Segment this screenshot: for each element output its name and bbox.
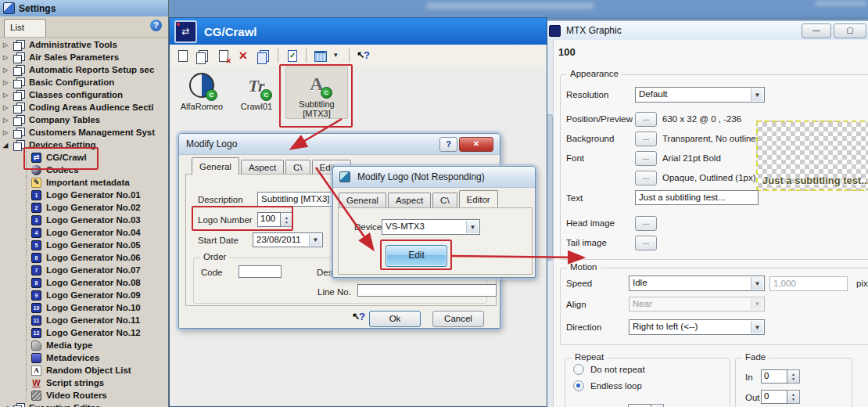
ok-button[interactable]: Ok [369, 311, 421, 327]
tab-list[interactable]: List [4, 19, 46, 37]
tree-expanded-icon[interactable]: ◢ [3, 405, 12, 407]
new-record-icon[interactable] [176, 49, 189, 63]
fade-in-value[interactable]: 0 [761, 369, 787, 384]
tree-item-executive-editor[interactable]: ◢Executive Editor [0, 402, 168, 407]
repeat-option-do-not-repeat[interactable]: Do not repeat [573, 364, 730, 375]
copy-icon[interactable] [257, 49, 271, 63]
position-browse-button[interactable]: ... [635, 112, 657, 127]
tree-item-administrative-tools[interactable]: ▷Administrative Tools [0, 38, 168, 51]
tree-item-logo-generator-no-06[interactable]: 6Logo Generator No.06 [0, 251, 168, 264]
minimize-icon[interactable]: — [802, 23, 831, 38]
repeat-count-value[interactable] [628, 404, 651, 407]
help-cursor-icon[interactable] [357, 49, 374, 63]
cg-item-crawl01[interactable]: TrCCrawl01 [231, 70, 282, 111]
spinner-arrows-icon[interactable]: ▲▼ [651, 404, 664, 407]
tree-item-logo-generator-no-01[interactable]: 1Logo Generator No.01 [0, 189, 168, 201]
tree-item-logo-generator-no-04[interactable]: 4Logo Generator No.04 [0, 226, 168, 239]
spinner-arrows-icon[interactable]: ▲▼ [787, 390, 800, 404]
cancel-button[interactable]: Cancel [432, 311, 484, 327]
chevron-down-icon[interactable]: ▼ [751, 321, 763, 333]
tree-item-metadevices[interactable]: Metadevices [0, 351, 168, 364]
not-responding-tab-general[interactable]: General [339, 193, 386, 208]
device-combo[interactable]: VS-MTX3 ▼ [382, 219, 480, 235]
tree-collapsed-icon[interactable]: ▷ [3, 54, 12, 61]
tree-item-devices-setting[interactable]: ◢Devices Setting [0, 139, 168, 151]
tree-collapsed-icon[interactable]: ▷ [3, 117, 12, 124]
tree-item-video-routers[interactable]: Video Routers [0, 389, 168, 402]
radio-icon[interactable] [573, 364, 584, 375]
tree-expanded-icon[interactable]: ◢ [3, 142, 12, 149]
modify-logo-tab-c[interactable]: C\ [285, 160, 310, 175]
delete-record-icon[interactable] [217, 49, 230, 63]
tree-item-logo-generator-no-12[interactable]: 12Logo Generator No.12 [0, 326, 168, 339]
repeat-count-stepper[interactable]: ▲▼ [628, 404, 664, 407]
modify-logo-tab-general[interactable]: General [192, 157, 239, 175]
align-combo[interactable]: Near ▼ [629, 297, 765, 312]
tree-collapsed-icon[interactable]: ▷ [3, 79, 12, 86]
not-responding-tab-aspect[interactable]: Aspect [388, 193, 431, 208]
chevron-down-icon[interactable]: ▼ [466, 221, 479, 233]
tree-item-company-tables[interactable]: ▷Company Tables [0, 113, 168, 126]
help-icon[interactable]: ? [150, 20, 162, 31]
tree-collapsed-icon[interactable]: ▷ [3, 67, 12, 74]
duplicate-record-icon[interactable] [196, 49, 210, 63]
fade-out-stepper[interactable]: 0 ▲▼ [761, 390, 800, 404]
tree-item-logo-generator-no-10[interactable]: 10Logo Generator No.10 [0, 301, 168, 314]
tree-item-air-sales-parameters[interactable]: ▷Air Sales Parameters [0, 51, 168, 63]
font-style-browse-button[interactable]: ... [635, 171, 657, 185]
cg-item-subtitling[interactable]: ACSubtitling[MTX3] [285, 67, 348, 119]
repeat-option-endless-loop[interactable]: Endless loop [573, 380, 730, 391]
grid-view-icon[interactable] [314, 49, 327, 63]
cg-item-alfaromeo[interactable]: CAlfaRomeo [176, 70, 228, 111]
tree-collapsed-icon[interactable]: ▷ [3, 41, 12, 49]
maximize-icon[interactable]: ▢ [834, 23, 866, 38]
grid-arrow-icon[interactable] [334, 49, 342, 63]
line-no-field[interactable] [357, 284, 497, 297]
direction-combo[interactable]: Right to left (<--) ▼ [629, 319, 765, 335]
spinner-arrows-icon[interactable]: ▲▼ [281, 212, 293, 227]
tree-collapsed-icon[interactable]: ▷ [3, 129, 12, 136]
speed-combo[interactable]: Idle ▼ [629, 276, 765, 291]
tree-item-media-type[interactable]: Media type [0, 339, 168, 351]
tree-item-basic-configuration[interactable]: ▷Basic Configuration [0, 76, 168, 88]
not-responding-tab-editor[interactable]: Editor [459, 190, 498, 207]
fade-in-stepper[interactable]: 0 ▲▼ [761, 369, 800, 384]
spinner-arrows-icon[interactable]: ▲▼ [787, 369, 800, 384]
tree-item-logo-generator-no-08[interactable]: 8Logo Generator No.08 [0, 276, 168, 289]
head-image-browse-button[interactable]: ... [635, 216, 657, 231]
logo-number-value[interactable]: 100 [257, 212, 281, 227]
speed-pixels-field[interactable]: 1,000 [769, 276, 848, 291]
tree-item-logo-generator-no-07[interactable]: 7Logo Generator No.07 [0, 264, 168, 276]
tree-item-cg-crawl[interactable]: ⇄CG/Crawl [0, 151, 168, 164]
modify-logo-tab-aspect[interactable]: Aspect [241, 160, 284, 175]
dialog-help-button[interactable]: ? [439, 137, 457, 152]
font-browse-button[interactable]: ... [635, 151, 657, 166]
tree-item-logo-generator-no-02[interactable]: 2Logo Generator No.02 [0, 201, 168, 214]
tree-item-logo-generator-no-09[interactable]: 9Logo Generator No.09 [0, 289, 168, 301]
logo-number-stepper[interactable]: 100 ▲▼ [257, 212, 293, 227]
tree-item-customers-management-syst[interactable]: ▷Customers Management Syst [0, 126, 168, 139]
radio-selected-icon[interactable] [573, 380, 584, 391]
tree-item-classes-configuration[interactable]: ▷Classes configuration [0, 88, 168, 101]
not-responding-tab-c[interactable]: C\ [432, 193, 457, 208]
chevron-down-icon[interactable]: ▼ [751, 88, 763, 101]
tree-item-automatic-reports-setup-sec[interactable]: ▷Automatic Reports Setup sec [0, 63, 168, 76]
tree-item-important-metadata[interactable]: ✎Important metadata [0, 176, 168, 189]
start-date-combo[interactable]: 23/08/2011 ▼ [253, 232, 323, 247]
code-field[interactable] [239, 265, 282, 278]
tree-item-codecs[interactable]: Codecs [0, 164, 168, 176]
tree-collapsed-icon[interactable]: ▷ [3, 92, 12, 99]
fade-out-value[interactable]: 0 [761, 390, 787, 404]
tree-item-random-object-list[interactable]: ARandom Object List [0, 364, 168, 376]
chevron-down-icon[interactable]: ▼ [751, 277, 763, 290]
tree-collapsed-icon[interactable]: ▷ [3, 104, 12, 111]
tree-item-logo-generator-no-05[interactable]: 5Logo Generator No.05 [0, 239, 168, 251]
tail-image-browse-button[interactable]: ... [635, 236, 657, 250]
validate-icon[interactable] [285, 49, 299, 63]
chevron-down-icon[interactable]: ▼ [309, 234, 321, 246]
delete-x-icon[interactable] [237, 49, 250, 63]
tree-item-logo-generator-no-03[interactable]: 3Logo Generator No.03 [0, 214, 168, 226]
close-icon[interactable]: ✕ [459, 137, 493, 152]
help-cursor-icon[interactable] [352, 311, 369, 324]
text-input[interactable]: Just a subtitling test... [635, 190, 759, 205]
